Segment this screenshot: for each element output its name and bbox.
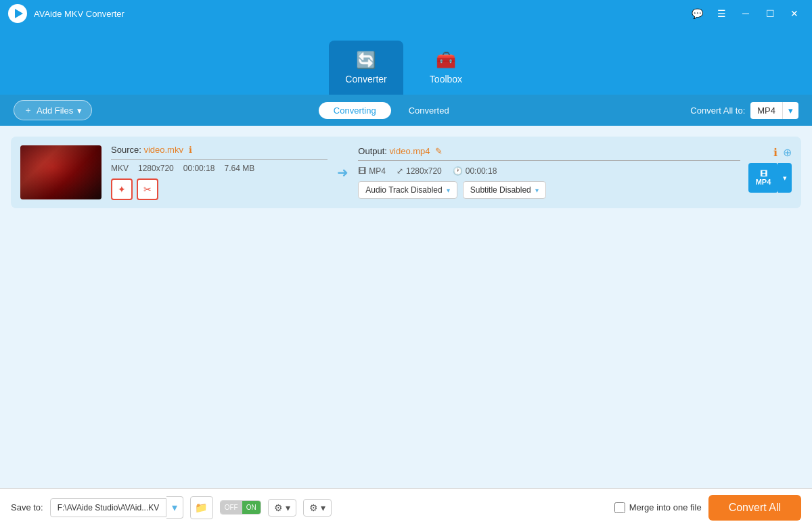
edit-button[interactable]: ✦ — [111, 178, 133, 200]
clock-icon: 🕐 — [453, 166, 463, 176]
format-badge-dropdown[interactable]: ▾ — [778, 163, 792, 193]
resolution-icon: ⤢ — [397, 166, 403, 176]
save-path-dropdown[interactable]: ▾ — [166, 496, 183, 519]
output-settings-icon[interactable]: ⊕ — [783, 146, 792, 159]
arrow-separator: ➜ — [337, 164, 348, 181]
subtitle-dropdown[interactable]: Subtitle Disabled ▾ — [463, 181, 546, 199]
add-icon: ＋ — [24, 104, 32, 116]
toolbar-tabs: Converting Converted — [92, 102, 690, 119]
folder-button[interactable]: 📁 — [190, 496, 213, 519]
add-files-button[interactable]: ＋ Add Files ▾ — [14, 100, 92, 120]
output-controls: Audio Track Disabled ▾ Subtitle Disabled… — [358, 181, 740, 199]
maximize-button[interactable]: ☐ — [761, 4, 780, 23]
convert-all-to: Convert All to: MP4 ▾ — [690, 102, 798, 119]
source-size: 7.64 MB — [224, 164, 254, 173]
source-divider — [111, 159, 328, 160]
format-dropdown-icon[interactable]: ▾ — [782, 102, 798, 119]
title-bar: AVAide MKV Converter 💬 ☰ ─ ☐ ✕ — [0, 0, 812, 27]
subtitle-label: Subtitle Disabled — [470, 185, 531, 195]
output-info-icon[interactable]: ℹ — [773, 146, 777, 159]
source-actions: ✦ ✂ — [111, 178, 328, 200]
format-badge-wrap: 🎞 MP4 ▾ — [748, 163, 792, 193]
source-duration: 00:00:18 — [183, 164, 215, 173]
toolbar: ＋ Add Files ▾ Converting Converted Conve… — [0, 95, 812, 126]
file-row: Source: video.mkv ℹ MKV 1280x720 00:00:1… — [11, 137, 801, 208]
settings-icon: ⚙ — [274, 502, 283, 513]
options-icon: ⚙ — [309, 502, 318, 513]
toggle-group: OFF ON — [220, 500, 261, 515]
settings-dropdown-icon: ▾ — [286, 502, 290, 513]
tab-converter-label: Converter — [345, 74, 386, 85]
audio-track-dropdown[interactable]: Audio Track Disabled ▾ — [358, 181, 457, 199]
convert-all-to-label: Convert All to: — [690, 105, 745, 116]
add-files-label: Add Files — [37, 105, 73, 116]
tab-converting[interactable]: Converting — [319, 102, 391, 119]
output-format: MP4 — [369, 166, 386, 176]
chat-button[interactable]: 💬 — [687, 4, 706, 23]
cut-button[interactable]: ✂ — [137, 178, 158, 200]
save-to-label: Save to: — [11, 502, 43, 512]
output-resolution-item: ⤢ 1280x720 — [397, 166, 442, 176]
output-edit-icon[interactable]: ✎ — [435, 146, 443, 156]
source-resolution: 1280x720 — [138, 164, 174, 173]
edit-icon: ✦ — [118, 184, 126, 195]
film-icon: 🎞 — [358, 166, 366, 176]
format-badge[interactable]: 🎞 MP4 — [748, 163, 778, 193]
source-format: MKV — [111, 164, 129, 173]
options-dropdown-icon: ▾ — [321, 502, 325, 513]
merge-label: Merge into one file — [629, 502, 702, 512]
source-filename: video.mkv — [143, 145, 183, 155]
minimize-button[interactable]: ─ — [736, 4, 755, 23]
output-divider — [358, 160, 740, 161]
format-select-group[interactable]: MP4 ▾ — [750, 102, 798, 119]
file-thumbnail — [20, 145, 102, 199]
output-meta: 🎞 MP4 ⤢ 1280x720 🕐 00:00:18 — [358, 166, 740, 176]
format-value: MP4 — [750, 102, 782, 119]
options-button[interactable]: ⚙ ▾ — [303, 499, 332, 517]
title-bar-controls: 💬 ☰ ─ ☐ ✕ — [687, 4, 804, 23]
nav-tabs: 🔄 Converter 🧰 Toolbox — [329, 41, 483, 95]
add-files-dropdown-icon: ▾ — [77, 105, 82, 116]
audio-track-label: Audio Track Disabled — [365, 185, 442, 195]
top-nav: 🔄 Converter 🧰 Toolbox — [0, 27, 812, 95]
output-duration-item: 🕐 00:00:18 — [453, 166, 497, 176]
output-resolution: 1280x720 — [406, 166, 442, 176]
cut-icon: ✂ — [143, 184, 152, 195]
source-meta: MKV 1280x720 00:00:18 7.64 MB — [111, 164, 328, 173]
output-duration: 00:00:18 — [466, 166, 497, 176]
audio-track-arrow: ▾ — [447, 187, 450, 194]
main-content: Source: video.mkv ℹ MKV 1280x720 00:00:1… — [0, 126, 812, 488]
app-title: AVAide MKV Converter — [34, 9, 687, 19]
source-info: Source: video.mkv ℹ MKV 1280x720 00:00:1… — [111, 145, 328, 200]
merge-wrap: Merge into one file — [614, 502, 702, 513]
thumbnail-overlay — [20, 145, 102, 199]
toggle-off[interactable]: OFF — [221, 501, 242, 514]
merge-checkbox[interactable] — [614, 502, 625, 513]
converter-icon: 🔄 — [356, 51, 376, 70]
format-badge-label: MP4 — [756, 178, 771, 186]
output-format-item: 🎞 MP4 — [358, 166, 386, 176]
app-logo-icon — [15, 9, 23, 18]
tab-toolbox-label: Toolbox — [430, 74, 462, 85]
format-badge-icon: 🎞 — [760, 170, 767, 178]
convert-all-button[interactable]: Convert All — [708, 495, 801, 521]
source-info-icon: ℹ — [189, 145, 192, 155]
output-filename: video.mp4 — [390, 146, 430, 156]
output-label: Output: video.mp4 ✎ — [358, 146, 740, 156]
toolbox-icon: 🧰 — [436, 51, 456, 70]
tab-converter[interactable]: 🔄 Converter — [329, 41, 403, 95]
menu-button[interactable]: ☰ — [712, 4, 731, 23]
source-label: Source: video.mkv ℹ — [111, 145, 328, 155]
app-logo — [8, 4, 27, 23]
tab-converted[interactable]: Converted — [394, 102, 464, 119]
subtitle-arrow: ▾ — [535, 187, 539, 194]
tab-toolbox[interactable]: 🧰 Toolbox — [409, 41, 483, 95]
close-button[interactable]: ✕ — [785, 4, 804, 23]
output-info: Output: video.mp4 ✎ 🎞 MP4 ⤢ 1280x720 — [358, 146, 792, 199]
settings-button[interactable]: ⚙ ▾ — [268, 499, 296, 517]
save-path-input[interactable] — [50, 498, 166, 517]
toggle-on[interactable]: ON — [242, 501, 261, 514]
save-path-group: ▾ — [50, 496, 183, 519]
bottom-bar: Save to: ▾ 📁 OFF ON ⚙ ▾ ⚙ ▾ Merge into o… — [0, 488, 812, 526]
folder-icon: 📁 — [195, 502, 208, 514]
